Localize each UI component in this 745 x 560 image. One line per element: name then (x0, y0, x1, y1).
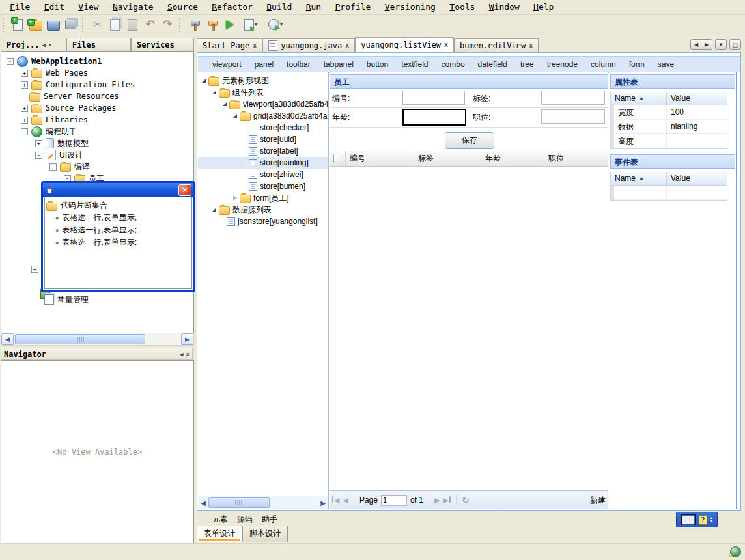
view-elements[interactable]: 元素 (212, 514, 228, 525)
scrollbar-thumb[interactable] (208, 497, 270, 508)
cut-button[interactable]: ✂ (89, 16, 106, 33)
scroll-tabs-right-icon[interactable]: ▶ (701, 40, 712, 49)
event-row-empty[interactable] (611, 186, 727, 200)
expanded-icon[interactable] (202, 79, 206, 83)
close-icon[interactable]: × (48, 42, 51, 48)
tree-item-source-packages[interactable]: +Source Packages (1, 102, 193, 114)
tab-projects[interactable]: Proj... ◀ × (1, 38, 66, 51)
grid-column-zhiwei[interactable]: 职位 (544, 151, 608, 167)
snippet-item[interactable]: ●表格选一行,表单显示; (46, 236, 190, 249)
expand-icon[interactable]: + (21, 81, 28, 89)
expanded-icon[interactable] (223, 102, 227, 106)
tree-item-web-pages[interactable]: +Web Pages (1, 67, 193, 79)
expanded-icon[interactable] (212, 208, 216, 212)
tree-item-hidden[interactable]: + (31, 263, 38, 275)
tab-yuangong-listview[interactable]: yuangong.listViewx (355, 37, 454, 52)
paste-button[interactable] (124, 16, 141, 33)
event-col-value[interactable]: Value (667, 172, 727, 186)
etree-store-bumen[interactable]: store[bumen] (198, 180, 328, 192)
etree-store-zhiwei[interactable]: store[zhiwei] (198, 169, 328, 180)
tree-item-compile[interactable]: -编译 (1, 161, 193, 173)
view-helper[interactable]: 助手 (262, 514, 277, 525)
tree-item-data-model[interactable]: +数据模型 (1, 137, 193, 149)
refresh-icon[interactable]: ↻ (462, 495, 470, 505)
collapsed-icon[interactable] (233, 195, 237, 201)
down-icon[interactable]: ▾ (710, 520, 712, 523)
event-col-name[interactable]: Name (611, 172, 667, 186)
profile-project-button[interactable]: ▾ (263, 16, 288, 33)
undo-button[interactable]: ↶ (141, 16, 159, 33)
save-button[interactable]: 保存 (445, 132, 494, 149)
etree-store-nianling[interactable]: store[nianling] (198, 157, 328, 169)
close-icon[interactable]: x (253, 42, 257, 49)
last-page-button[interactable]: ▶ (443, 496, 450, 505)
scroll-left-icon[interactable]: ◀ (198, 499, 208, 507)
tree-item-coding-helper[interactable]: -编程助手 (1, 126, 193, 137)
update-center-icon[interactable] (730, 546, 741, 557)
palette-form[interactable]: form (623, 60, 651, 69)
tree-item-libraries[interactable]: +Libraries (1, 114, 193, 126)
etree-grid[interactable]: grid[a383d0d25afb4ab4 (198, 110, 328, 122)
first-page-button[interactable]: ◀ (332, 496, 339, 505)
grid-column-nianling[interactable]: 年龄 (481, 151, 544, 167)
tab-bumen-editview[interactable]: bumen.editViewx (454, 38, 539, 52)
palette-datefield[interactable]: datefield (471, 60, 514, 69)
tab-yuangong-java[interactable]: yuangong.javax (262, 38, 355, 52)
new-record-button[interactable]: 新建 (590, 495, 606, 506)
tab-script-design[interactable]: 脚本设计 (242, 526, 288, 542)
help-icon[interactable]: ? (699, 515, 707, 525)
new-project-button[interactable]: + (27, 16, 44, 33)
collapse-icon[interactable]: - (21, 128, 28, 135)
page-number-input[interactable] (381, 495, 407, 506)
menu-refactor[interactable]: Refactor (206, 0, 259, 13)
menu-navigate[interactable]: Navigate (107, 0, 160, 13)
scroll-right-icon[interactable]: ▶ (181, 333, 193, 345)
palette-save[interactable]: save (651, 60, 681, 69)
close-icon[interactable]: x (444, 42, 448, 48)
expanded-icon[interactable] (233, 114, 237, 118)
biaoqian-input[interactable] (541, 91, 605, 105)
expand-icon[interactable]: + (21, 117, 28, 124)
palette-toolbar[interactable]: toolbar (280, 60, 317, 69)
palette-treenode[interactable]: treenode (541, 60, 584, 69)
etree-root[interactable]: 元素树形视图 (198, 75, 328, 87)
menu-run[interactable]: Run (300, 0, 327, 13)
collapse-icon[interactable]: - (7, 58, 14, 65)
clean-build-project-button[interactable] (203, 16, 221, 33)
input-helper-widget[interactable]: ? ▴▾ (676, 512, 718, 527)
build-project-button[interactable] (186, 16, 203, 33)
menu-tools[interactable]: Tools (443, 0, 481, 13)
etree-viewport[interactable]: viewport[a383d0d25afb4a (198, 98, 328, 110)
palette-button[interactable]: button (360, 60, 395, 69)
prop-row-data[interactable]: 数据nianling (611, 120, 727, 134)
prev-page-button[interactable]: ◀ (343, 496, 348, 505)
menu-edit[interactable]: Edit (38, 0, 70, 13)
expanded-icon[interactable] (212, 91, 216, 94)
prop-col-value[interactable]: Value (667, 92, 727, 105)
snippet-item[interactable]: ●表格选一行,表单显示; (46, 212, 190, 224)
snippet-item[interactable]: ●表格选一行,表单显示; (46, 224, 190, 236)
etree-store-checker[interactable]: store[checker] (198, 122, 328, 133)
etree-datasources[interactable]: 数据源列表 (198, 204, 328, 216)
etree-form[interactable]: form[员工] (198, 192, 328, 204)
etree-store-label[interactable]: store[label] (198, 145, 328, 157)
etree-jsonstore[interactable]: jsonstore[yuangonglist] (198, 216, 328, 227)
popup-titlebar[interactable]: × (43, 183, 193, 197)
open-project-button[interactable] (44, 16, 62, 33)
collapse-icon[interactable]: - (49, 163, 57, 171)
tree-item-ui-design[interactable]: -UI设计 (1, 149, 193, 161)
debug-project-button[interactable]: ▾ (238, 16, 263, 33)
grid-checkbox-column[interactable] (330, 151, 346, 167)
close-icon[interactable]: × (186, 351, 190, 357)
expand-icon[interactable]: + (21, 105, 28, 112)
tab-list-icon[interactable]: ▼ (716, 40, 726, 49)
menu-versioning[interactable]: Versioning (379, 0, 442, 13)
grid-column-biaoqian[interactable]: 标签 (414, 151, 481, 167)
close-icon[interactable]: x (345, 42, 349, 49)
menu-view[interactable]: View (72, 0, 104, 13)
palette-panel[interactable]: panel (248, 60, 280, 69)
menu-window[interactable]: Window (483, 0, 526, 13)
tab-files[interactable]: Files (66, 38, 131, 51)
redo-button[interactable]: ↷ (159, 16, 176, 33)
scroll-tabs-left-icon[interactable]: ◀ (691, 40, 701, 49)
